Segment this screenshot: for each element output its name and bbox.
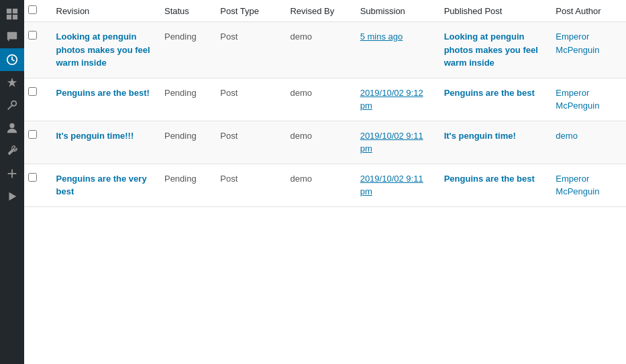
status-cell: Pending — [158, 121, 213, 164]
post-author-cell: demo — [549, 121, 626, 164]
header-post-author: Post Author — [549, 0, 626, 22]
svg-rect-2 — [7, 15, 11, 19]
submission-time[interactable]: 5 mins ago — [360, 32, 403, 42]
submission-time[interactable]: 2019/10/02 9:11 pm — [360, 174, 423, 197]
svg-marker-8 — [9, 192, 17, 201]
svg-rect-1 — [13, 9, 17, 13]
revision-link[interactable]: Penguins are the very best — [56, 174, 147, 197]
comment-icon[interactable] — [0, 25, 24, 48]
submission-cell: 2019/10/02 9:12 pm — [354, 78, 437, 121]
status-cell: Pending — [158, 78, 213, 121]
row-checkbox-cell — [24, 22, 50, 78]
table-header-row: Revision Status Post Type Revised By Sub… — [24, 0, 626, 22]
svg-rect-7 — [8, 173, 17, 174]
row-checkbox[interactable] — [28, 87, 37, 96]
post-type-cell: Post — [213, 22, 283, 78]
row-checkbox-cell — [24, 164, 50, 206]
revised-by-cell: demo — [283, 164, 353, 206]
table-row: Looking at penguin photos makes you feel… — [24, 22, 626, 78]
svg-rect-0 — [7, 9, 11, 13]
submission-cell: 2019/10/02 9:11 pm — [354, 164, 437, 206]
revisions-table: Revision Status Post Type Revised By Sub… — [24, 0, 626, 207]
revised-by-cell: demo — [283, 78, 353, 121]
post-author-cell: Emperor McPenguin — [549, 78, 626, 121]
header-post-type: Post Type — [213, 0, 283, 22]
post-author-link[interactable]: Emperor McPenguin — [556, 32, 599, 55]
table-row: It's penguin time!!!PendingPostdemo2019/… — [24, 121, 626, 164]
add-icon[interactable] — [0, 162, 24, 185]
svg-rect-3 — [13, 15, 17, 19]
main-content: Revision Status Post Type Revised By Sub… — [24, 0, 626, 364]
revision-link[interactable]: Looking at penguin photos makes you feel… — [56, 32, 150, 68]
submission-time[interactable]: 2019/10/02 9:11 pm — [360, 131, 423, 154]
revised-by-cell: demo — [283, 121, 353, 164]
revised-by-cell: demo — [283, 22, 353, 78]
row-checkbox[interactable] — [28, 130, 37, 139]
published-post-link[interactable]: Looking at penguin photos makes you feel… — [444, 32, 538, 68]
tools-icon[interactable] — [0, 94, 24, 117]
published-post-link[interactable]: It's penguin time! — [444, 131, 516, 141]
post-author-cell: Emperor McPenguin — [549, 164, 626, 206]
header-published-post: Published Post — [437, 0, 550, 22]
post-author-link[interactable]: Emperor McPenguin — [556, 174, 599, 197]
published-post-cell: Penguins are the best — [437, 164, 550, 206]
user-icon[interactable] — [0, 117, 24, 139]
sidebar — [0, 0, 24, 364]
published-post-cell: Looking at penguin photos makes you feel… — [437, 22, 550, 78]
published-post-link[interactable]: Penguins are the best — [444, 174, 535, 184]
post-type-cell: Post — [213, 78, 283, 121]
post-type-cell: Post — [213, 164, 283, 206]
wrench-icon[interactable] — [0, 139, 24, 162]
revision-cell: Penguins are the best! — [50, 78, 158, 121]
post-author-cell: Emperor McPenguin — [549, 22, 626, 78]
header-revised-by: Revised By — [283, 0, 353, 22]
revision-link[interactable]: Penguins are the best! — [56, 88, 150, 98]
row-checkbox[interactable] — [28, 173, 37, 182]
status-cell: Pending — [158, 164, 213, 206]
header-revision: Revision — [50, 0, 158, 22]
header-status: Status — [158, 0, 213, 22]
published-post-cell: Penguins are the best — [437, 78, 550, 121]
published-post-cell: It's penguin time! — [437, 121, 550, 164]
table-row: Penguins are the best!PendingPostdemo201… — [24, 78, 626, 121]
post-author-link[interactable]: demo — [556, 131, 578, 141]
play-icon[interactable] — [0, 185, 24, 208]
header-submission: Submission — [354, 0, 437, 22]
submission-cell: 2019/10/02 9:11 pm — [354, 121, 437, 164]
post-author-link[interactable]: Emperor McPenguin — [556, 88, 599, 111]
submission-cell: 5 mins ago — [354, 22, 437, 78]
dashboard-icon[interactable] — [0, 3, 24, 25]
pin-icon[interactable] — [0, 71, 24, 94]
header-checkbox-col — [24, 0, 50, 22]
submission-time[interactable]: 2019/10/02 9:12 pm — [360, 88, 423, 111]
revision-cell: It's penguin time!!! — [50, 121, 158, 164]
revision-cell: Penguins are the very best — [50, 164, 158, 206]
status-cell: Pending — [158, 22, 213, 78]
post-type-cell: Post — [213, 121, 283, 164]
row-checkbox-cell — [24, 121, 50, 164]
row-checkbox-cell — [24, 78, 50, 121]
table-row: Penguins are the very bestPendingPostdem… — [24, 164, 626, 206]
revision-cell: Looking at penguin photos makes you feel… — [50, 22, 158, 78]
revision-link[interactable]: It's penguin time!!! — [56, 131, 134, 141]
select-all-checkbox[interactable] — [28, 5, 37, 14]
revisions-icon[interactable] — [0, 48, 24, 71]
published-post-link[interactable]: Penguins are the best — [444, 88, 535, 98]
row-checkbox[interactable] — [28, 31, 37, 40]
svg-point-5 — [9, 123, 14, 128]
